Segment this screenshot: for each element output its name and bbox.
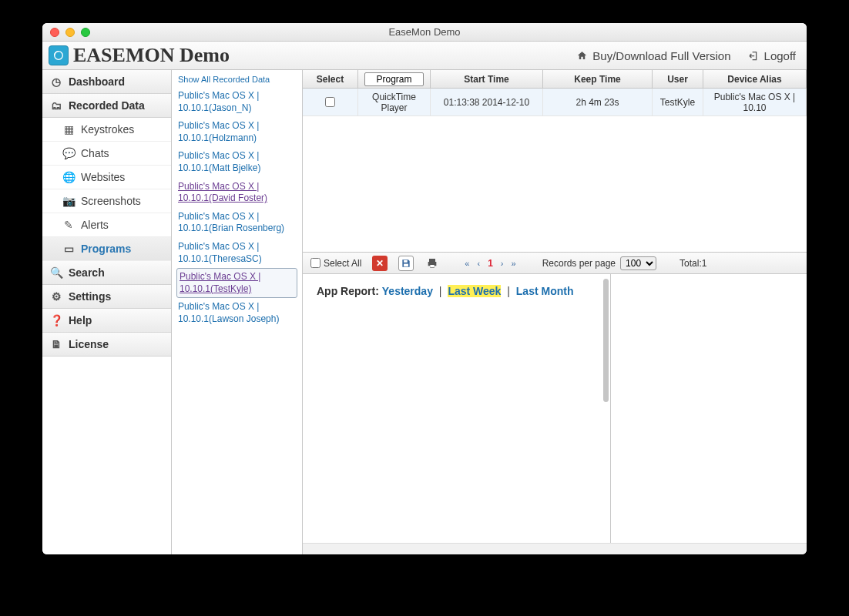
logoff-link[interactable]: Logoff xyxy=(748,49,796,62)
app-title: EASEMON Demo xyxy=(73,44,230,67)
grid-body[interactable]: QuickTime Player 01:13:38 2014-12-10 2h … xyxy=(303,89,807,252)
sidebar: ◷ Dashboard 🗂 Recorded Data ▦ Keystrokes… xyxy=(42,70,172,554)
sidebar-item-help[interactable]: ❓ Help xyxy=(42,309,171,333)
col-start-time[interactable]: Start Time xyxy=(431,70,543,88)
license-icon: 🗎 xyxy=(50,338,62,350)
buy-download-link[interactable]: Buy/Download Full Version xyxy=(576,49,730,62)
content-area: Select Program Start Time Keep Time User… xyxy=(303,70,807,554)
svg-rect-3 xyxy=(431,265,435,267)
sidebar-item-label: Alerts xyxy=(81,219,109,231)
device-item[interactable]: Public's Mac OS X | 10.10.1(TheresaSC) xyxy=(176,238,297,268)
logoff-icon xyxy=(748,50,760,62)
sidebar-item-dashboard[interactable]: ◷ Dashboard xyxy=(42,70,171,94)
save-button[interactable] xyxy=(398,256,414,271)
sidebar-item-label: Recorded Data xyxy=(69,99,145,112)
device-item[interactable]: Public's Mac OS X | 10.10.1(David Foster… xyxy=(176,178,297,208)
sidebar-item-label: Screenshots xyxy=(81,195,141,207)
pager: « ‹ 1 › » xyxy=(465,258,515,269)
table-row[interactable]: QuickTime Player 01:13:38 2014-12-10 2h … xyxy=(303,89,807,116)
report-right-pane xyxy=(611,274,807,543)
page-prev-button[interactable]: ‹ xyxy=(477,259,480,268)
globe-icon: 🌐 xyxy=(62,171,75,183)
page-current: 1 xyxy=(488,258,493,269)
report-left-pane: App Report: Yesterday | Last Week | Last… xyxy=(303,274,611,543)
logoff-label: Logoff xyxy=(764,49,796,62)
rpp-select[interactable]: 100 xyxy=(620,256,656,270)
select-all-label: Select All xyxy=(324,258,361,269)
sidebar-item-programs[interactable]: ▭ Programs xyxy=(42,237,171,261)
sidebar-item-recorded-data[interactable]: 🗂 Recorded Data xyxy=(42,94,171,118)
chat-icon: 💬 xyxy=(62,147,75,159)
row-select-checkbox[interactable] xyxy=(325,97,335,107)
col-program[interactable]: Program xyxy=(358,70,431,88)
report-link-last-week[interactable]: Last Week xyxy=(448,285,501,297)
cell-user: TestKyle xyxy=(653,89,703,116)
grid-footer: Select All ✕ « ‹ 1 › » xyxy=(303,252,807,273)
cell-program: QuickTime Player xyxy=(358,89,431,116)
sidebar-item-settings[interactable]: ⚙ Settings xyxy=(42,285,171,309)
records-per-page: Records per page 100 xyxy=(542,256,656,270)
device-item[interactable]: Public's Mac OS X | 10.10.1(Lawson Josep… xyxy=(176,298,297,328)
report-scrollbar[interactable] xyxy=(603,279,609,402)
program-filter-button[interactable]: Program xyxy=(364,72,423,86)
device-item[interactable]: Public's Mac OS X | 10.10.1(Holzmann) xyxy=(176,117,297,147)
sidebar-item-screenshots[interactable]: 📷 Screenshots xyxy=(42,189,171,213)
grid-header: Select Program Start Time Keep Time User… xyxy=(303,70,807,89)
sidebar-item-license[interactable]: 🗎 License xyxy=(42,333,171,357)
sidebar-item-label: Settings xyxy=(69,290,111,303)
sidebar-item-label: Dashboard xyxy=(69,75,125,88)
report-link-last-month[interactable]: Last Month xyxy=(516,285,574,297)
cell-start: 01:13:38 2014-12-10 xyxy=(431,89,543,116)
home-icon xyxy=(576,50,588,62)
sidebar-item-label: Websites xyxy=(81,171,125,183)
page-next-button[interactable]: › xyxy=(501,259,504,268)
grid-icon: ▦ xyxy=(62,123,75,136)
search-icon: 🔍 xyxy=(50,266,62,279)
device-item[interactable]: Public's Mac OS X | 10.10.1(Brian Rosenb… xyxy=(176,208,297,238)
col-select[interactable]: Select xyxy=(303,70,358,88)
sidebar-item-alerts[interactable]: ✎ Alerts xyxy=(42,213,171,237)
sidebar-item-label: Programs xyxy=(81,243,131,255)
device-item[interactable]: Public's Mac OS X | 10.10.1(Jason_N) xyxy=(176,87,297,117)
horizontal-scrollbar[interactable] xyxy=(303,543,807,554)
delete-button[interactable]: ✕ xyxy=(372,256,388,271)
app-icon: ▭ xyxy=(62,243,75,255)
app-window: EaseMon Demo EASEMON Demo Buy/Download F… xyxy=(42,23,807,554)
select-all-control[interactable]: Select All xyxy=(310,258,361,269)
device-list-top-link[interactable]: Show All Recorded Data xyxy=(176,73,297,87)
records-grid: Select Program Start Time Keep Time User… xyxy=(303,70,807,274)
help-icon: ❓ xyxy=(50,314,62,326)
sidebar-item-chats[interactable]: 💬 Chats xyxy=(42,142,171,166)
col-device-alias[interactable]: Device Alias xyxy=(703,70,807,88)
svg-rect-1 xyxy=(404,259,408,262)
page-first-button[interactable]: « xyxy=(465,259,469,268)
window-title: EaseMon Demo xyxy=(42,26,807,38)
sidebar-item-label: License xyxy=(69,338,109,350)
sidebar-item-search[interactable]: 🔍 Search xyxy=(42,261,171,285)
rpp-label: Records per page xyxy=(542,258,616,269)
col-user[interactable]: User xyxy=(653,70,703,88)
camera-icon: 📷 xyxy=(62,195,75,207)
print-button[interactable] xyxy=(424,256,440,271)
app-logo xyxy=(49,45,69,65)
report-link-yesterday[interactable]: Yesterday xyxy=(382,285,433,297)
pen-icon: ✎ xyxy=(62,219,75,231)
gear-icon: ⚙ xyxy=(50,290,62,303)
titlebar: EaseMon Demo xyxy=(42,23,807,42)
sidebar-item-label: Keystrokes xyxy=(81,123,134,136)
cell-keep: 2h 4m 23s xyxy=(543,89,653,116)
sidebar-item-label: Search xyxy=(69,266,105,279)
page-last-button[interactable]: » xyxy=(512,259,516,268)
report-label: App Report: xyxy=(317,285,379,297)
sidebar-item-label: Help xyxy=(69,314,92,326)
sidebar-item-websites[interactable]: 🌐 Websites xyxy=(42,166,171,189)
device-item[interactable]: Public's Mac OS X | 10.10.1(Matt Bjelke) xyxy=(176,147,297,177)
sidebar-item-keystrokes[interactable]: ▦ Keystrokes xyxy=(42,118,171,142)
select-all-checkbox[interactable] xyxy=(310,258,320,268)
col-keep-time[interactable]: Keep Time xyxy=(543,70,653,88)
folder-icon: 🗂 xyxy=(50,99,62,112)
device-item-selected[interactable]: Public's Mac OS X | 10.10.1(TestKyle) xyxy=(176,268,297,298)
sidebar-item-label: Chats xyxy=(81,147,109,159)
cell-device: Public's Mac OS X | 10.10 xyxy=(703,89,807,116)
device-list-panel[interactable]: Show All Recorded Data Public's Mac OS X… xyxy=(172,70,303,554)
